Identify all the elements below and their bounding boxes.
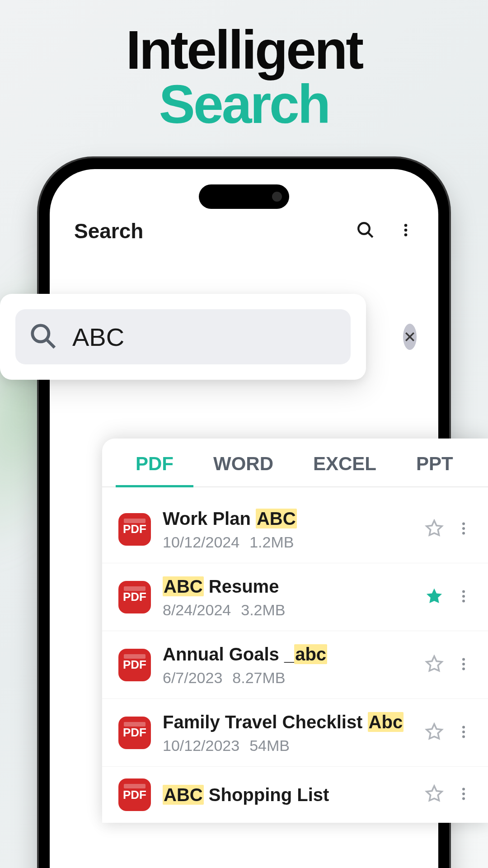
result-title: Annual Goals _abc (163, 643, 413, 665)
clear-button[interactable] (403, 324, 417, 350)
svg-point-5 (33, 326, 49, 342)
pdf-file-icon: PDF (118, 581, 151, 613)
svg-point-17 (462, 667, 465, 670)
more-options-icon[interactable] (455, 656, 472, 674)
result-body: Annual Goals _abc6/7/20238.27MB (163, 643, 413, 687)
star-outline-icon[interactable] (425, 722, 444, 743)
result-body: Family Travel Checklist Abc10/12/202354M… (163, 711, 413, 755)
svg-point-14 (462, 599, 465, 602)
tab-pdf[interactable]: PDF (116, 439, 193, 486)
svg-point-19 (462, 731, 465, 733)
svg-point-21 (462, 788, 465, 791)
result-meta: 6/7/20238.27MB (163, 669, 413, 687)
result-meta: 10/12/20241.2MB (163, 533, 413, 551)
search-highlight: ABC (163, 576, 204, 596)
result-item[interactable]: PDFAnnual Goals _abc6/7/20238.27MB (102, 631, 488, 699)
search-input[interactable] (72, 322, 388, 352)
pdf-file-icon: PDF (118, 717, 151, 749)
search-highlight: ABC (256, 509, 297, 528)
result-date: 10/12/2023 (163, 737, 239, 755)
star-filled-icon[interactable] (425, 587, 444, 608)
search-highlight: ABC (163, 785, 204, 805)
result-body: ABC Resume8/24/20243.2MB (163, 575, 413, 619)
result-meta: 8/24/20243.2MB (163, 601, 413, 619)
result-title: Work Plan ABC (163, 507, 413, 530)
svg-point-22 (462, 793, 465, 795)
hero-line2: Search (0, 77, 488, 131)
tab-ppt[interactable]: PPT (396, 439, 473, 486)
pdf-file-icon: PDF (118, 513, 151, 546)
result-title: ABC Resume (163, 575, 413, 598)
svg-point-23 (462, 797, 465, 800)
dynamic-island (199, 184, 289, 209)
svg-point-3 (404, 229, 408, 232)
svg-point-9 (462, 522, 465, 525)
svg-point-2 (404, 224, 408, 227)
page-title: Search (74, 219, 143, 243)
result-size: 54MB (249, 737, 290, 755)
search-input-wrap[interactable] (15, 309, 351, 364)
svg-point-13 (462, 595, 465, 598)
result-title: ABC Shopping List (163, 783, 413, 806)
result-body: Work Plan ABC10/12/20241.2MB (163, 507, 413, 551)
result-item[interactable]: PDFABC Shopping List (102, 767, 488, 823)
svg-point-11 (462, 532, 465, 534)
more-icon[interactable] (398, 222, 414, 240)
result-title: Family Travel Checklist Abc (163, 711, 413, 733)
result-body: ABC Shopping List (163, 783, 413, 806)
svg-point-20 (462, 735, 465, 738)
star-outline-icon[interactable] (425, 655, 444, 675)
star-outline-icon[interactable] (425, 519, 444, 540)
result-item[interactable]: PDFABC Resume8/24/20243.2MB (102, 563, 488, 631)
file-type-tabs: PDFWORDEXCELPPT (102, 439, 488, 487)
more-options-icon[interactable] (455, 724, 472, 742)
result-date: 6/7/2023 (163, 669, 222, 687)
pdf-file-icon: PDF (118, 778, 151, 811)
search-icon[interactable] (356, 221, 375, 241)
svg-line-1 (368, 232, 373, 237)
phone-header: Search (74, 219, 414, 243)
more-options-icon[interactable] (455, 588, 472, 606)
svg-point-16 (462, 663, 465, 665)
result-date: 8/24/2024 (163, 601, 231, 619)
svg-point-10 (462, 527, 465, 530)
hero-title: Intelligent Search (0, 23, 488, 131)
result-item[interactable]: PDFFamily Travel Checklist Abc10/12/2023… (102, 699, 488, 767)
result-date: 10/12/2024 (163, 533, 239, 551)
result-item[interactable]: PDFWork Plan ABC10/12/20241.2MB (102, 495, 488, 563)
svg-point-0 (358, 223, 370, 234)
svg-point-12 (462, 590, 465, 593)
search-highlight: Abc (368, 712, 404, 732)
search-highlight: abc (294, 644, 327, 664)
hero-line1: Intelligent (0, 23, 488, 77)
tab-word[interactable]: WORD (193, 439, 293, 486)
svg-point-15 (462, 658, 465, 660)
more-options-icon[interactable] (455, 520, 472, 538)
results-panel: PDFWORDEXCELPPT PDFWork Plan ABC10/12/20… (102, 439, 488, 823)
search-icon (29, 322, 57, 352)
result-size: 3.2MB (241, 601, 285, 619)
result-size: 1.2MB (249, 533, 294, 551)
result-size: 8.27MB (232, 669, 285, 687)
search-card (0, 294, 366, 380)
svg-line-6 (47, 340, 55, 348)
tab-excel[interactable]: EXCEL (293, 439, 396, 486)
pdf-file-icon: PDF (118, 649, 151, 681)
svg-point-4 (404, 233, 408, 236)
svg-point-18 (462, 726, 465, 728)
star-outline-icon[interactable] (425, 784, 444, 805)
more-options-icon[interactable] (455, 786, 472, 804)
result-meta: 10/12/202354MB (163, 737, 413, 755)
result-list: PDFWork Plan ABC10/12/20241.2MBPDFABC Re… (102, 487, 488, 823)
